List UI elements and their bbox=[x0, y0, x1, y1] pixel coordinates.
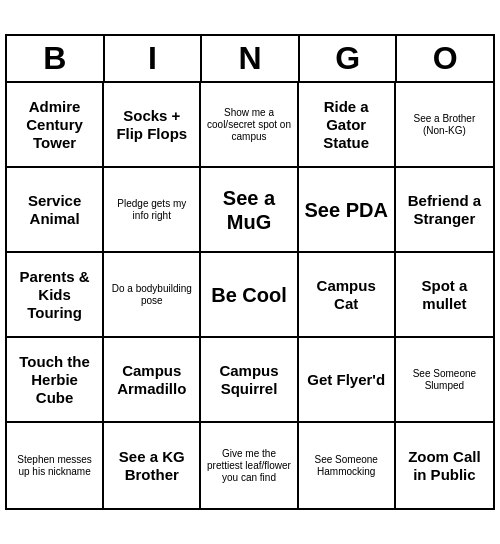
bingo-cell: Campus Cat bbox=[299, 253, 396, 338]
bingo-cell: Touch the Herbie Cube bbox=[7, 338, 104, 423]
bingo-cell: Pledge gets my info right bbox=[104, 168, 201, 253]
cell-text: Parents & Kids Touring bbox=[11, 268, 98, 322]
header-letter: O bbox=[397, 36, 493, 83]
bingo-cell: Befriend a Stranger bbox=[396, 168, 493, 253]
cell-text: Service Animal bbox=[11, 192, 98, 228]
bingo-cell: Do a bodybuilding pose bbox=[104, 253, 201, 338]
bingo-cell: Be Cool bbox=[201, 253, 298, 338]
bingo-cell: See Someone Slumped bbox=[396, 338, 493, 423]
bingo-card: BINGO Admire Century TowerSocks + Flip F… bbox=[5, 34, 495, 510]
cell-text: See a Brother (Non-KG) bbox=[400, 113, 489, 137]
cell-text: Campus Cat bbox=[303, 277, 390, 313]
cell-text: Get Flyer'd bbox=[307, 371, 385, 389]
bingo-cell: See a Brother (Non-KG) bbox=[396, 83, 493, 168]
cell-text: Zoom Call in Public bbox=[400, 448, 489, 484]
cell-text: See Someone Hammocking bbox=[303, 454, 390, 478]
bingo-grid: Admire Century TowerSocks + Flip FlopsSh… bbox=[7, 83, 493, 508]
cell-text: Do a bodybuilding pose bbox=[108, 283, 195, 307]
bingo-cell: Campus Armadillo bbox=[104, 338, 201, 423]
bingo-cell: Zoom Call in Public bbox=[396, 423, 493, 508]
bingo-cell: Give me the prettiest leaf/flower you ca… bbox=[201, 423, 298, 508]
bingo-cell: Campus Squirrel bbox=[201, 338, 298, 423]
bingo-cell: Show me a cool/secret spot on campus bbox=[201, 83, 298, 168]
header-letter: G bbox=[300, 36, 398, 83]
cell-text: Give me the prettiest leaf/flower you ca… bbox=[205, 448, 292, 484]
cell-text: Stephen messes up his nickname bbox=[11, 454, 98, 478]
cell-text: Ride a Gator Statue bbox=[303, 98, 390, 152]
bingo-cell: Stephen messes up his nickname bbox=[7, 423, 104, 508]
header-letter: N bbox=[202, 36, 300, 83]
bingo-cell: Parents & Kids Touring bbox=[7, 253, 104, 338]
cell-text: Pledge gets my info right bbox=[108, 198, 195, 222]
cell-text: Spot a mullet bbox=[400, 277, 489, 313]
cell-text: Be Cool bbox=[211, 283, 287, 307]
bingo-cell: See PDA bbox=[299, 168, 396, 253]
bingo-cell: See a MuG bbox=[201, 168, 298, 253]
cell-text: Campus Armadillo bbox=[108, 362, 195, 398]
header-letter: I bbox=[105, 36, 203, 83]
cell-text: See PDA bbox=[305, 198, 388, 222]
cell-text: Admire Century Tower bbox=[11, 98, 98, 152]
bingo-header: BINGO bbox=[7, 36, 493, 83]
bingo-cell: Service Animal bbox=[7, 168, 104, 253]
bingo-cell: Ride a Gator Statue bbox=[299, 83, 396, 168]
cell-text: Campus Squirrel bbox=[205, 362, 292, 398]
cell-text: See a MuG bbox=[205, 186, 292, 234]
cell-text: Show me a cool/secret spot on campus bbox=[205, 107, 292, 143]
bingo-cell: Admire Century Tower bbox=[7, 83, 104, 168]
bingo-cell: See a KG Brother bbox=[104, 423, 201, 508]
bingo-cell: See Someone Hammocking bbox=[299, 423, 396, 508]
cell-text: Befriend a Stranger bbox=[400, 192, 489, 228]
bingo-cell: Socks + Flip Flops bbox=[104, 83, 201, 168]
bingo-cell: Get Flyer'd bbox=[299, 338, 396, 423]
bingo-cell: Spot a mullet bbox=[396, 253, 493, 338]
cell-text: See a KG Brother bbox=[108, 448, 195, 484]
cell-text: Socks + Flip Flops bbox=[108, 107, 195, 143]
header-letter: B bbox=[7, 36, 105, 83]
cell-text: Touch the Herbie Cube bbox=[11, 353, 98, 407]
cell-text: See Someone Slumped bbox=[400, 368, 489, 392]
